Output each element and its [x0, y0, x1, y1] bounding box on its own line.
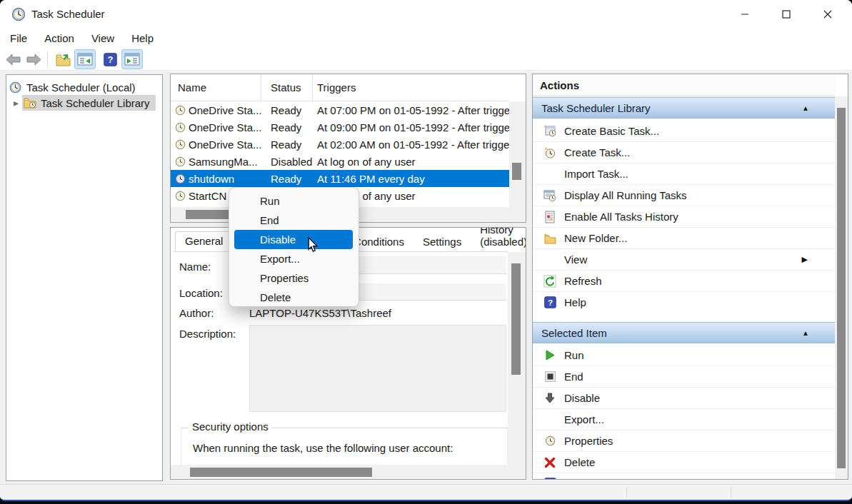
- refresh-icon: [543, 275, 557, 288]
- action-create-task[interactable]: Create Task...: [533, 141, 835, 163]
- name-label: Name:: [179, 261, 211, 273]
- security-options-group: Security options When running the task, …: [181, 428, 508, 470]
- task-clock-icon: [175, 173, 186, 184]
- list-vertical-scrollbar[interactable]: [509, 101, 526, 207]
- help-icon: ?: [543, 296, 557, 308]
- tab-settings[interactable]: Settings: [414, 233, 471, 251]
- tree-item-library[interactable]: ▸ Task Scheduler Library: [6, 95, 162, 111]
- actions-vertical-scrollbar[interactable]: [835, 96, 848, 479]
- title-bar: Task Scheduler: [0, 0, 852, 29]
- close-button[interactable]: [811, 4, 844, 24]
- import-folder-icon: [56, 53, 71, 66]
- action-delete[interactable]: Delete: [533, 451, 835, 473]
- action-run[interactable]: Run: [533, 344, 835, 366]
- collapse-arrow-icon[interactable]: ▲: [802, 329, 809, 337]
- action-help-selected[interactable]: ? Help: [533, 473, 835, 480]
- tab-general[interactable]: General: [175, 231, 233, 251]
- collapse-arrow-icon[interactable]: ▲: [802, 104, 809, 112]
- action-help[interactable]: ? Help: [533, 291, 835, 313]
- chevron-right-icon[interactable]: ▸: [14, 97, 22, 109]
- context-menu-export[interactable]: Export...: [229, 249, 359, 268]
- security-options-legend: Security options: [189, 420, 272, 433]
- tree-library-selection[interactable]: Task Scheduler Library: [22, 95, 156, 111]
- action-pane-toggle-button[interactable]: [121, 49, 143, 69]
- section-header-library[interactable]: Task Scheduler Library ▲: [533, 97, 835, 119]
- location-label: Location:: [179, 287, 223, 299]
- minimize-icon: [741, 10, 749, 19]
- console-tree-toggle-button[interactable]: [74, 49, 96, 69]
- description-field: [249, 325, 506, 412]
- context-menu-end[interactable]: End: [229, 211, 359, 230]
- task-clock-icon: [175, 156, 186, 167]
- table-row[interactable]: OneDrive Sta... Ready At 09:00 PM on 01-…: [171, 119, 509, 136]
- detail-vertical-scrollbar-thumb[interactable]: [511, 263, 521, 375]
- list-header: Name Status Triggers: [171, 74, 509, 101]
- run-icon: [543, 350, 557, 361]
- column-header-triggers[interactable]: Triggers: [313, 81, 509, 94]
- table-row[interactable]: OneDrive Sta... Ready At 07:00 PM on 01-…: [171, 101, 509, 119]
- action-import-task[interactable]: Import Task...: [533, 163, 835, 184]
- detail-vertical-scrollbar[interactable]: [508, 252, 526, 465]
- tree-item-root[interactable]: Task Scheduler (Local): [6, 79, 162, 95]
- folder-clock-icon: [24, 97, 36, 109]
- help-icon: ?: [104, 53, 117, 66]
- minimize-button[interactable]: [728, 4, 761, 24]
- context-menu-disable[interactable]: Disable: [234, 230, 353, 249]
- task-clock-icon: [175, 139, 186, 150]
- action-pane-toggle-icon: [124, 53, 140, 66]
- table-row[interactable]: OneDrive Sta... Ready At 02:00 AM on 01-…: [171, 136, 509, 153]
- table-row-selected[interactable]: shutdown Ready At 11:46 PM every day: [171, 170, 509, 187]
- svg-text:?: ?: [107, 54, 113, 65]
- tab-history[interactable]: History (disabled): [471, 227, 526, 251]
- task-clock-icon: [175, 191, 186, 201]
- author-label: Author:: [179, 307, 214, 319]
- forward-button[interactable]: [24, 49, 43, 69]
- help-button[interactable]: ?: [100, 49, 120, 69]
- action-enable-history[interactable]: Enable All Tasks History: [533, 206, 835, 227]
- window-title: Task Scheduler: [31, 8, 105, 20]
- action-display-running-tasks[interactable]: Display All Running Tasks: [533, 184, 835, 206]
- action-new-folder[interactable]: New Folder...: [533, 227, 835, 248]
- action-export[interactable]: Export...: [533, 408, 835, 430]
- import-folder-button[interactable]: [53, 49, 73, 69]
- action-disable[interactable]: Disable: [533, 387, 835, 408]
- submenu-arrow-icon: ▶: [802, 255, 808, 264]
- action-properties[interactable]: Properties: [533, 430, 835, 451]
- actions-vertical-scrollbar-thumb[interactable]: [837, 108, 846, 468]
- detail-horizontal-scrollbar[interactable]: [171, 465, 526, 479]
- create-basic-task-icon: [543, 124, 557, 137]
- forward-arrow-icon: [26, 54, 41, 66]
- create-task-icon: [543, 146, 557, 159]
- status-bar-divider: [626, 487, 627, 498]
- context-menu-delete[interactable]: Delete: [229, 288, 359, 307]
- action-create-basic-task[interactable]: Create Basic Task...: [533, 120, 835, 141]
- back-button[interactable]: [4, 49, 23, 69]
- toolbar: ?: [0, 47, 852, 71]
- maximize-icon: [782, 10, 791, 19]
- context-menu-run[interactable]: Run: [229, 191, 359, 211]
- action-end[interactable]: End: [533, 366, 835, 387]
- section-header-selected-item[interactable]: Selected Item ▲: [533, 322, 835, 343]
- detail-horizontal-scrollbar-thumb[interactable]: [190, 468, 372, 477]
- menu-help[interactable]: Help: [123, 31, 162, 46]
- actions-title: Actions: [540, 79, 579, 91]
- table-row[interactable]: SamsungMa... Disabled At log on of any u…: [171, 153, 509, 170]
- task-clock-icon: [175, 105, 186, 116]
- action-view[interactable]: View ▶: [533, 248, 835, 270]
- delete-icon: [543, 457, 557, 468]
- maximize-button[interactable]: [770, 4, 803, 24]
- column-header-status[interactable]: Status: [261, 74, 313, 101]
- menu-view[interactable]: View: [83, 31, 123, 46]
- column-header-name[interactable]: Name: [171, 74, 261, 101]
- menu-action[interactable]: Action: [36, 31, 83, 46]
- menu-file[interactable]: File: [1, 31, 36, 46]
- action-refresh[interactable]: Refresh: [533, 270, 835, 291]
- context-menu-properties[interactable]: Properties: [229, 268, 359, 288]
- display-running-tasks-icon: [543, 189, 557, 202]
- description-label: Description:: [179, 328, 236, 340]
- list-vertical-scrollbar-thumb[interactable]: [512, 163, 521, 180]
- console-tree-panel: Task Scheduler (Local) ▸ Task Scheduler …: [6, 74, 163, 481]
- mouse-cursor: [306, 237, 319, 256]
- new-folder-icon: [543, 233, 557, 244]
- status-bar-divider: [731, 487, 731, 498]
